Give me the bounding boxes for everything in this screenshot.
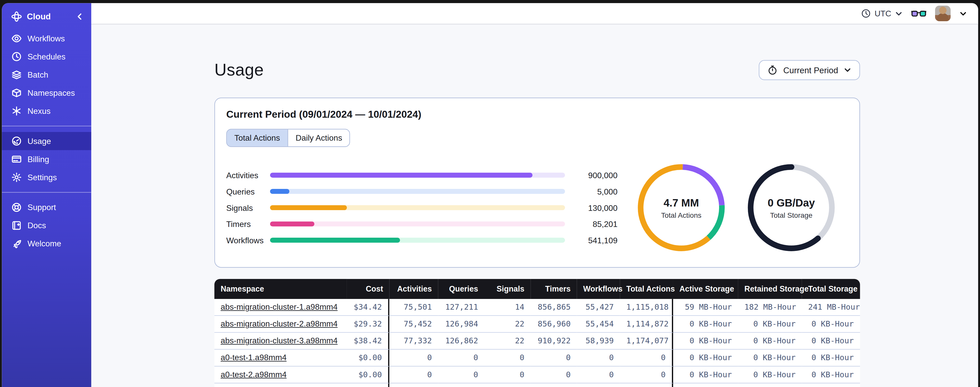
bar-value: 5,000: [573, 187, 617, 196]
bar-track: [270, 205, 565, 210]
stopwatch-icon: [767, 65, 778, 75]
cell-timers: 0: [531, 366, 577, 384]
actions-tab-group: Total ActionsDaily Actions: [226, 129, 350, 147]
bar-value: 130,000: [573, 203, 617, 213]
sidebar-item-label: Support: [27, 203, 56, 212]
sidebar-item-label: Settings: [27, 173, 57, 182]
table-row: a0-test-2.a98mm4$0.000000000 KB-Hour0 KB…: [214, 366, 860, 384]
sidebar-item-welcome[interactable]: Welcome: [2, 235, 91, 253]
eye-icon: [11, 33, 22, 44]
sidebar-collapse-button[interactable]: [75, 11, 85, 22]
table-row: a0-test-1.a98mm4$0.000000000 KB-Hour0 KB…: [214, 350, 860, 366]
column-header-retained-storage: Retained Storage: [738, 279, 802, 299]
bar-label: Timers: [226, 219, 270, 229]
bar-row-activities: Activities900,000: [226, 167, 617, 183]
cell-active-storage: 0 KB-Hour: [673, 350, 738, 366]
cell-total-storage: 241 MB-Hour: [802, 299, 860, 316]
bar-value: 900,000: [573, 171, 617, 180]
cell-total-storage: 0 KB-Hour: [802, 350, 860, 366]
avatar[interactable]: [935, 6, 951, 21]
sidebar-item-batch[interactable]: Batch: [2, 66, 91, 84]
cell-active-storage: 0 KB-Hour: [673, 316, 738, 333]
donut-center-value: 0 GB/Day: [767, 197, 815, 209]
chevron-down-icon: [895, 10, 902, 17]
cell-queries: 126,862: [438, 333, 484, 350]
sidebar-item-label: Workflows: [27, 34, 65, 43]
screenshot-stage: Cloud WorkflowsSchedulesBatchNamespacesN…: [0, 0, 980, 387]
period-dropdown-button[interactable]: Current Period: [759, 60, 860, 80]
sidebar-item-label: Billing: [27, 154, 49, 164]
cell-timers: 0: [531, 384, 577, 387]
tab-daily-actions[interactable]: Daily Actions: [288, 130, 350, 146]
asterisk-icon: [11, 106, 22, 117]
page-title: Usage: [214, 60, 264, 80]
column-header-cost: Cost: [347, 279, 390, 299]
bar-fill: [270, 205, 347, 210]
namespace-link[interactable]: a0-test-1.a98mm4: [221, 353, 287, 362]
bar-track: [270, 189, 565, 194]
sidebar-item-settings[interactable]: Settings: [2, 168, 91, 186]
bar-fill: [270, 221, 314, 226]
donut-center-value: 4.7 MM: [663, 197, 699, 209]
feedback-glasses-button[interactable]: [912, 9, 926, 18]
donut-charts: 4.7 MMTotal Actions 0 GB/DayTotal Storag…: [634, 161, 838, 255]
column-header-activities: Activities: [390, 279, 438, 299]
gauge-icon: [11, 136, 22, 147]
cell-active-storage: 0 KB-Hour: [673, 366, 738, 384]
account-menu-chevron[interactable]: [959, 10, 967, 17]
bar-row-queries: Queries5,000: [226, 183, 617, 200]
actions-bar-chart: Activities900,000Queries5,000Signals130,…: [226, 167, 617, 248]
chevron-down-icon: [844, 66, 851, 74]
donut-center-label: Total Storage: [770, 211, 812, 219]
cell-workflows: 55,427: [577, 299, 620, 316]
cell-cost: $0.00: [347, 384, 390, 387]
cell-activities: 0: [390, 366, 438, 384]
cell-timers: 856,960: [531, 316, 577, 333]
cell-queries: 127,211: [438, 299, 484, 316]
bar-value: 85,201: [573, 219, 617, 229]
book-icon: [11, 220, 22, 231]
cell-queries: 0: [438, 350, 484, 366]
cell-cost: $29.32: [347, 316, 390, 333]
sidebar-item-nexus[interactable]: Nexus: [2, 102, 91, 120]
main-column: UTC Usage Current Period: [91, 3, 978, 387]
cell-total-storage: 0 KB-Hour: [802, 316, 860, 333]
bar-label: Workflows: [226, 236, 270, 245]
schedule-clock-icon: [11, 51, 22, 62]
sidebar-brand: Cloud: [2, 3, 91, 26]
column-header-signals: Signals: [484, 279, 531, 299]
cell-signals: 0: [484, 350, 531, 366]
sidebar-item-workflows[interactable]: Workflows: [2, 29, 91, 48]
total-storage-donut: 0 GB/DayTotal Storage: [744, 161, 838, 255]
sidebar-item-namespaces[interactable]: Namespaces: [2, 84, 91, 102]
cell-activities: 0: [390, 350, 438, 366]
sidebar-item-support[interactable]: Support: [2, 198, 91, 216]
column-header-timers: Timers: [531, 279, 577, 299]
cell-total-actions: 1: [620, 384, 673, 387]
cell-signals: 22: [484, 333, 531, 350]
namespace-link[interactable]: abs-migration-cluster-2.a98mm4: [221, 319, 338, 329]
cell-retained-storage: 182 MB-Hour: [738, 299, 802, 316]
bar-fill: [270, 173, 533, 178]
column-header-active-storage: Active Storage: [673, 279, 738, 299]
timezone-selector[interactable]: UTC: [861, 9, 902, 18]
namespace-link[interactable]: abs-migration-cluster-1.a98mm4: [221, 302, 338, 312]
sidebar-item-usage[interactable]: Usage: [2, 132, 91, 150]
cell-active-storage: 0 KB-Hour: [673, 333, 738, 350]
sidebar-item-label: Batch: [27, 70, 48, 79]
cell-total-actions: 1,174,077: [620, 333, 673, 350]
cell-queries: 126,984: [438, 316, 484, 333]
cell-retained-storage: 0 KB-Hour: [738, 350, 802, 366]
life-buoy-icon: [11, 202, 22, 213]
column-header-workflows: Workflows: [577, 279, 620, 299]
tab-total-actions[interactable]: Total Actions: [227, 130, 288, 146]
namespace-link[interactable]: abs-migration-cluster-3.a98mm4: [221, 336, 338, 345]
bar-track: [270, 173, 565, 178]
cell-retained-storage: 0 KB-Hour: [738, 384, 802, 387]
sidebar-item-schedules[interactable]: Schedules: [2, 48, 91, 66]
namespace-link[interactable]: a0-test-2.a98mm4: [221, 369, 287, 379]
sidebar-item-billing[interactable]: Billing: [2, 150, 91, 168]
cell-activities: 0: [390, 384, 438, 387]
sidebar-item-docs[interactable]: Docs: [2, 216, 91, 235]
bar-label: Signals: [226, 203, 270, 213]
